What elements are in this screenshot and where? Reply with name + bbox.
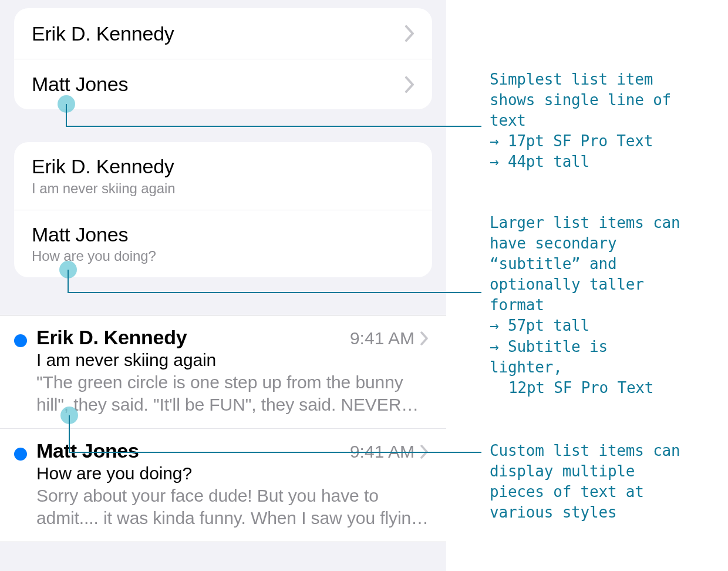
mail-preview: "The green circle is one step up from th… [36, 371, 429, 415]
annotation-text: Simplest list item [490, 69, 724, 90]
annotation-subtitle: Larger list items can have secondary “su… [490, 213, 724, 398]
unread-dot-icon [14, 448, 27, 461]
annotation-text: display multiple [490, 461, 724, 482]
annotation-text: pieces of text at [490, 482, 724, 502]
list-item-subtitle: How are you doing? [32, 248, 414, 264]
annotation-custom: Custom list items can display multiple p… [490, 441, 724, 523]
mail-preview: Sorry about your face dude! But you have… [36, 485, 429, 529]
list-item[interactable]: Matt Jones How are you doing? [14, 210, 432, 278]
annotation-bullet: 17pt SF Pro Text [490, 131, 724, 152]
list-item-title: Matt Jones [32, 222, 414, 247]
list-item-subtitle: I am never skiing again [32, 180, 414, 197]
mail-subject: I am never skiing again [36, 350, 429, 370]
chevron-right-icon [405, 25, 414, 42]
list-item[interactable]: Erik D. Kennedy I am never skiing again [14, 142, 432, 210]
annotation-text: text [490, 110, 724, 131]
list-item[interactable]: Matt Jones [14, 59, 432, 109]
annotation-text: 12pt SF Pro Text [490, 378, 724, 398]
list-item-title: Erik D. Kennedy [32, 154, 414, 179]
list-item-title: Erik D. Kennedy [32, 22, 174, 45]
list-item[interactable]: Erik D. Kennedy [14, 8, 432, 59]
annotation-bullet: Subtitle is [490, 337, 724, 357]
mail-time: 9:41 AM [350, 328, 414, 348]
annotation-text: lighter, [490, 357, 724, 378]
mail-subject: How are you doing? [36, 463, 429, 483]
annotation-text: format [490, 295, 724, 315]
annotation-text: Custom list items can [490, 441, 724, 461]
list-item[interactable]: Erik D. Kennedy 9:41 AM I am never skiin… [0, 315, 446, 429]
chevron-right-icon [420, 331, 429, 345]
annotation-simple: Simplest list item shows single line of … [490, 69, 724, 172]
annotation-text: Larger list items can [490, 213, 724, 233]
custom-list: Erik D. Kennedy 9:41 AM I am never skiin… [0, 315, 446, 542]
mail-sender: Matt Jones [36, 439, 139, 462]
chevron-right-icon [405, 76, 414, 93]
annotation-bullet: 44pt tall [490, 152, 724, 172]
chevron-right-icon [420, 445, 429, 459]
unread-dot-icon [14, 334, 27, 347]
annotation-text: shows single line of [490, 90, 724, 110]
annotation-text: “subtitle” and [490, 254, 724, 274]
device-preview: Erik D. Kennedy Matt Jones Erik D. Kenne… [0, 0, 446, 571]
list-item-title: Matt Jones [32, 73, 128, 96]
simple-list-card: Erik D. Kennedy Matt Jones [14, 8, 432, 109]
mail-time: 9:41 AM [350, 442, 414, 462]
list-item[interactable]: Matt Jones 9:41 AM How are you doing? So… [0, 429, 446, 542]
annotation-bullet: 57pt tall [490, 315, 724, 336]
annotation-text: various styles [490, 502, 724, 523]
annotation-text: have secondary [490, 233, 724, 254]
mail-sender: Erik D. Kennedy [36, 326, 187, 349]
subtitle-list-card: Erik D. Kennedy I am never skiing again … [14, 142, 432, 277]
annotation-text: optionally taller [490, 274, 724, 295]
list-footer-separator [0, 542, 446, 552]
